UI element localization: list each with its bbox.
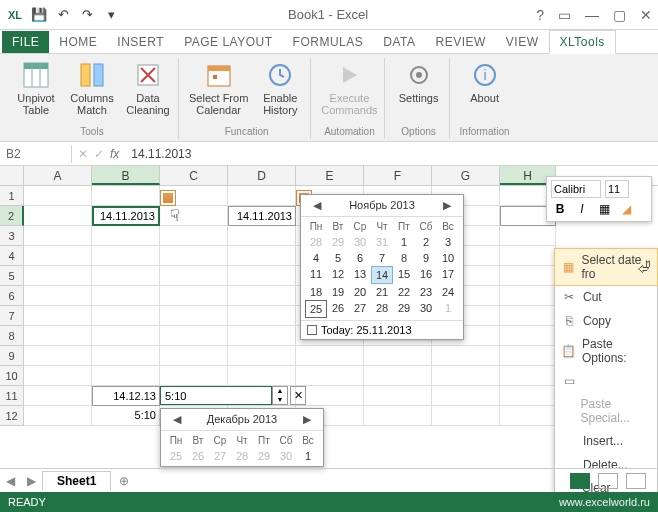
tab-formulas[interactable]: FORMULAS <box>283 31 374 53</box>
cell-B9[interactable] <box>92 346 160 366</box>
formula-input[interactable]: 14.11.2013 <box>125 147 191 161</box>
row-header-10[interactable]: 10 <box>0 366 24 386</box>
cell-H6[interactable] <box>500 286 556 306</box>
col-header-C[interactable]: C <box>160 166 228 185</box>
row-header-3[interactable]: 3 <box>0 226 24 246</box>
cell-C5[interactable] <box>160 266 228 286</box>
calendar-prev-icon[interactable]: ◀ <box>309 199 325 212</box>
cell-H4[interactable] <box>500 246 556 266</box>
row-header-5[interactable]: 5 <box>0 266 24 286</box>
calendar-next-icon[interactable]: ▶ <box>439 199 455 212</box>
cal-day[interactable]: 15 <box>393 266 415 284</box>
cell-B5[interactable] <box>92 266 160 286</box>
cal-day[interactable]: 5 <box>327 250 349 266</box>
calendar-today-footer[interactable]: Today: 25.11.2013 <box>301 320 463 339</box>
col-header-F[interactable]: F <box>364 166 432 185</box>
tab-page-layout[interactable]: PAGE LAYOUT <box>174 31 282 53</box>
mini-fill-color-icon[interactable]: ◢ <box>617 200 635 218</box>
col-header-E[interactable]: E <box>296 166 364 185</box>
spinner-buttons[interactable]: ▲▼ <box>272 386 288 405</box>
ctx-insert[interactable]: Insert... <box>555 429 657 453</box>
cal-day[interactable]: 25 <box>305 300 327 318</box>
cal-day[interactable]: 10 <box>437 250 459 266</box>
col-header-G[interactable]: G <box>432 166 500 185</box>
cell-B3[interactable] <box>92 226 160 246</box>
view-page-layout-icon[interactable] <box>598 473 618 489</box>
cell-F9[interactable] <box>364 346 432 366</box>
row-header-7[interactable]: 7 <box>0 306 24 326</box>
ctx-select-date[interactable]: ▦ Select date fro ⮰ <box>555 249 657 285</box>
cell-A2[interactable] <box>24 206 92 226</box>
cal-day[interactable]: 16 <box>415 266 437 284</box>
view-normal-icon[interactable] <box>570 473 590 489</box>
cell-D5[interactable] <box>228 266 296 286</box>
cal-day[interactable]: 8 <box>393 250 415 266</box>
cal-day[interactable]: 29 <box>327 234 349 250</box>
calendar-title[interactable]: Ноябрь 2013 <box>349 199 415 212</box>
cal-day[interactable]: 19 <box>327 284 349 300</box>
cal-day[interactable]: 29 <box>253 448 275 464</box>
cell-B10[interactable] <box>92 366 160 386</box>
minimize-icon[interactable]: — <box>585 7 599 23</box>
cell-D6[interactable] <box>228 286 296 306</box>
cal-day[interactable]: 1 <box>297 448 319 464</box>
tab-xltools[interactable]: XLTools <box>549 30 616 54</box>
cal-day[interactable]: 14 <box>371 266 393 284</box>
cal-day[interactable]: 23 <box>415 284 437 300</box>
cell-C7[interactable] <box>160 306 228 326</box>
ctx-copy[interactable]: ⎘ Copy <box>555 309 657 333</box>
cell-D7[interactable] <box>228 306 296 326</box>
cell-B4[interactable] <box>92 246 160 266</box>
cell-A3[interactable] <box>24 226 92 246</box>
cell-B8[interactable] <box>92 326 160 346</box>
cell-D4[interactable] <box>228 246 296 266</box>
mini-size-select[interactable] <box>605 180 629 198</box>
calendar-next-icon-2[interactable]: ▶ <box>299 413 315 426</box>
date-picker-icon[interactable] <box>160 190 176 206</box>
cal-day[interactable]: 18 <box>305 284 327 300</box>
fx-icon[interactable]: fx <box>110 147 119 161</box>
cell-D9[interactable] <box>228 346 296 366</box>
row-header-2[interactable]: 2 <box>0 206 24 226</box>
cell-F10[interactable] <box>364 366 432 386</box>
cell-B12[interactable] <box>92 406 160 426</box>
about-button[interactable]: i About <box>461 58 509 124</box>
cell-A8[interactable] <box>24 326 92 346</box>
cal-day[interactable]: 27 <box>209 448 231 464</box>
fx-enter-icon[interactable]: ✓ <box>94 147 104 161</box>
select-all-corner[interactable] <box>0 166 24 185</box>
cal-day[interactable]: 1 <box>393 234 415 250</box>
cal-day[interactable]: 28 <box>231 448 253 464</box>
cell-B2[interactable]: 14.11.2013 <box>92 206 160 226</box>
ribbon-toggle-icon[interactable]: ▭ <box>558 7 571 23</box>
cal-day[interactable]: 17 <box>437 266 459 284</box>
cell-D2[interactable]: 14.11.2013 <box>228 206 296 226</box>
row-header-1[interactable]: 1 <box>0 186 24 206</box>
qat-dropdown-icon[interactable]: ▾ <box>102 6 120 24</box>
cal-day[interactable]: 3 <box>437 234 459 250</box>
cell-H3[interactable] <box>500 226 556 246</box>
cal-day[interactable]: 9 <box>415 250 437 266</box>
cell-E11[interactable] <box>296 386 364 406</box>
cell-E9[interactable] <box>296 346 364 366</box>
ctx-paste-options[interactable]: 📋 Paste Options: <box>555 333 657 369</box>
mini-toolbar[interactable]: B I ▦ ◢ <box>546 176 652 222</box>
mini-font-select[interactable] <box>551 180 601 198</box>
row-header-6[interactable]: 6 <box>0 286 24 306</box>
cell-H12[interactable] <box>500 406 556 426</box>
cell-A10[interactable] <box>24 366 92 386</box>
cell-B11[interactable]: 14.12.13 5:10 <box>92 386 160 406</box>
cell-G10[interactable] <box>432 366 500 386</box>
cell-H7[interactable] <box>500 306 556 326</box>
cal-day[interactable]: 31 <box>371 234 393 250</box>
cell-A1[interactable] <box>24 186 92 206</box>
redo-icon[interactable]: ↷ <box>78 6 96 24</box>
cell-C4[interactable] <box>160 246 228 266</box>
cal-day[interactable]: 4 <box>305 250 327 266</box>
cal-day[interactable]: 22 <box>393 284 415 300</box>
cal-day[interactable]: 30 <box>415 300 437 318</box>
cell-D3[interactable] <box>228 226 296 246</box>
save-icon[interactable]: 💾 <box>30 6 48 24</box>
fx-cancel-icon[interactable]: ✕ <box>78 147 88 161</box>
cell-C6[interactable] <box>160 286 228 306</box>
